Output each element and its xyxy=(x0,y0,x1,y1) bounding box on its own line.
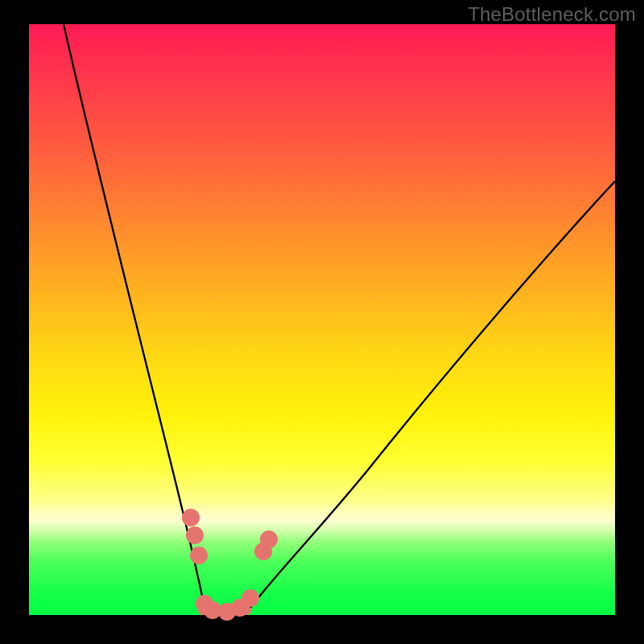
dot-right-2 xyxy=(260,530,278,548)
plot-area xyxy=(29,24,615,615)
dot-left-mid xyxy=(186,526,204,544)
left-curve xyxy=(64,24,206,615)
chart-frame: TheBottleneck.com xyxy=(0,0,644,644)
watermark-text: TheBottleneck.com xyxy=(468,3,636,26)
dot-bottom-5 xyxy=(242,589,259,607)
dot-left-upper xyxy=(182,509,200,526)
curves-svg xyxy=(29,24,615,615)
right-curve xyxy=(245,181,615,615)
dot-left-lower xyxy=(190,547,208,564)
